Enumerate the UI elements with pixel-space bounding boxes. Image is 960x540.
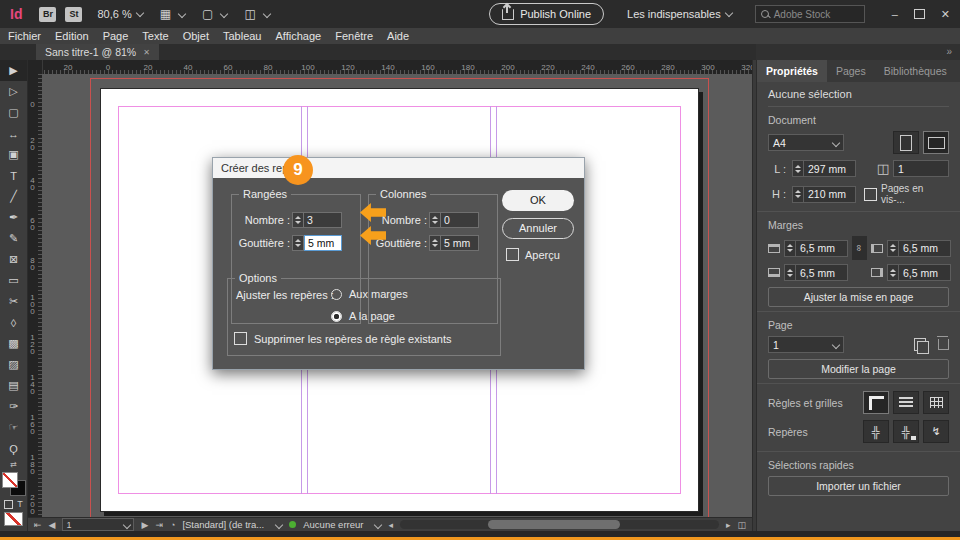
stock-icon[interactable]: St — [65, 7, 82, 22]
page-count-field[interactable]: 1 — [893, 160, 949, 177]
scroll-left-arrow[interactable]: ◂ — [388, 520, 393, 530]
checkbox-icon[interactable] — [506, 248, 519, 261]
page-tool[interactable]: ▢ — [0, 102, 27, 123]
delete-page-icon[interactable] — [938, 339, 949, 350]
columns-number-field[interactable]: 0 — [441, 212, 479, 228]
page-number-dropdown[interactable]: 1 — [62, 518, 134, 531]
baseline-grid-button[interactable] — [893, 391, 919, 414]
preflight-icon[interactable]: ◔ — [170, 520, 175, 530]
stepper-control[interactable] — [429, 212, 441, 228]
fit-margins-radio[interactable]: Aux marges — [331, 288, 408, 300]
eyedropper-tool[interactable]: ✑ — [0, 396, 27, 417]
ruler-origin-box[interactable] — [28, 60, 43, 75]
current-page-dropdown[interactable]: 1 — [768, 336, 844, 353]
swap-fill-stroke-icon[interactable]: ⇄ — [10, 461, 17, 469]
edit-page-button[interactable]: Modifier la page — [768, 359, 949, 379]
height-field[interactable]: 210 mm — [792, 186, 856, 203]
portrait-orientation-button[interactable] — [893, 131, 919, 154]
checkbox-icon[interactable] — [234, 332, 247, 345]
applied-color-swatch[interactable] — [4, 512, 23, 526]
first-page-button[interactable]: ⇤ — [34, 520, 42, 530]
horizontal-scrollbar[interactable] — [400, 520, 719, 529]
menu-affichage[interactable]: Affichage — [276, 30, 322, 42]
type-tool[interactable]: T — [0, 165, 27, 186]
right-margin-field[interactable]: 6,5 mm — [887, 264, 951, 281]
smart-guides-button[interactable]: ↯ — [923, 420, 949, 443]
document-grid-button[interactable] — [923, 391, 949, 414]
panel-overflow-icon[interactable]: » — [946, 46, 952, 57]
lock-guides-button[interactable]: ╬ — [893, 420, 919, 443]
preflight-profile[interactable]: [Standard] (de tra... — [182, 519, 264, 530]
scissors-tool[interactable]: ✂ — [0, 291, 27, 312]
free-transform-tool[interactable]: ◊ — [0, 312, 27, 333]
pencil-tool[interactable]: ✎ — [0, 228, 27, 249]
note-tool[interactable]: ▤ — [0, 375, 27, 396]
gradient-tool[interactable]: ▩ — [0, 333, 27, 354]
dialog-title[interactable]: Créer des repères — [213, 158, 584, 178]
link-margins-icon[interactable]: ∞ — [852, 236, 867, 260]
previous-page-button[interactable]: ◀ — [49, 520, 56, 530]
stepper-control[interactable] — [429, 235, 441, 251]
rectangle-tool[interactable]: ▭ — [0, 270, 27, 291]
show-rulers-button[interactable] — [863, 391, 889, 414]
tab-bibliotheques[interactable]: Bibliothèques — [875, 60, 956, 82]
menu-fenetre[interactable]: Fenêtre — [335, 30, 373, 42]
page-size-dropdown[interactable]: A4 — [768, 134, 844, 151]
gap-tool[interactable]: ↔ — [0, 123, 27, 144]
horizontal-ruler[interactable]: 2002040608010012014016018020022024026028… — [28, 60, 752, 74]
width-field[interactable]: 297 mm — [792, 160, 856, 177]
rows-gutter-field[interactable]: 5 mm — [304, 235, 342, 251]
arrange-documents-dropdown[interactable]: ◫ — [244, 7, 269, 21]
menu-objet[interactable]: Objet — [183, 30, 209, 42]
document-tab[interactable]: Sans titre-1 @ 81% ✕ — [36, 44, 159, 60]
selection-tool[interactable]: ▶ — [0, 60, 27, 81]
close-button[interactable]: ✕ — [941, 8, 950, 21]
menu-fichier[interactable]: Fichier — [8, 30, 41, 42]
view-options-dropdown[interactable]: ▦ — [160, 7, 185, 21]
tab-proprietes[interactable]: Propriétés — [757, 60, 827, 82]
show-guides-button[interactable]: ╬ — [863, 420, 889, 443]
menu-texte[interactable]: Texte — [142, 30, 168, 42]
tab-pages[interactable]: Pages — [827, 60, 875, 82]
scrollbar-thumb[interactable] — [488, 520, 620, 529]
publish-online-button[interactable]: Publish Online — [489, 3, 604, 25]
vertical-ruler[interactable]: 020406080100120140160180200 — [28, 74, 42, 517]
frame-tool[interactable]: ⊠ — [0, 249, 27, 270]
menu-aide[interactable]: Aide — [387, 30, 409, 42]
radio-icon[interactable] — [331, 289, 342, 300]
menu-edition[interactable]: Edition — [55, 30, 89, 42]
top-margin-field[interactable]: 6,5 mm — [784, 240, 848, 257]
fill-swatch[interactable] — [2, 472, 18, 488]
pen-tool[interactable]: ✒ — [0, 207, 27, 228]
left-margin-field[interactable]: 6,5 mm — [887, 240, 951, 257]
zoom-tool[interactable]: Ϙ — [0, 438, 27, 459]
line-tool[interactable]: ╱ — [0, 186, 27, 207]
formatting-container-icon[interactable] — [4, 500, 13, 509]
cancel-button[interactable]: Annuler — [502, 218, 574, 239]
rows-number-field[interactable]: 3 — [304, 212, 342, 228]
ok-button[interactable]: OK — [502, 190, 574, 211]
zoom-level-dropdown[interactable]: 80,6 % — [97, 8, 142, 20]
direct-selection-tool[interactable]: ▷ — [0, 81, 27, 102]
import-file-button[interactable]: Importer un fichier — [768, 476, 949, 496]
formatting-text-icon[interactable]: T — [17, 499, 23, 509]
columns-gutter-field[interactable]: 5 mm — [441, 235, 479, 251]
adobe-stock-search-input[interactable]: Adobe Stock — [755, 5, 865, 23]
screen-mode-dropdown[interactable]: ▢ — [202, 7, 227, 21]
remove-existing-checkbox[interactable]: Supprimer les repères de règle existants — [234, 332, 451, 345]
preview-checkbox[interactable]: Aperçu — [506, 248, 560, 261]
workspace-switcher[interactable]: Les indispensables — [627, 8, 732, 20]
menu-tableau[interactable]: Tableau — [223, 30, 262, 42]
adjust-layout-button[interactable]: Ajuster la mise en page — [768, 287, 949, 307]
bridge-icon[interactable]: Br — [39, 7, 56, 22]
minimize-button[interactable]: – — [892, 8, 898, 20]
landscape-orientation-button[interactable] — [923, 131, 949, 154]
gradient-feather-tool[interactable]: ▨ — [0, 354, 27, 375]
maximize-button[interactable] — [914, 9, 925, 19]
menu-page[interactable]: Page — [103, 30, 129, 42]
bottom-margin-field[interactable]: 6,5 mm — [784, 264, 848, 281]
stepper-control[interactable] — [292, 235, 304, 251]
new-page-icon[interactable] — [914, 338, 926, 351]
stepper-control[interactable] — [292, 212, 304, 228]
next-page-button[interactable]: ▶ — [141, 520, 148, 530]
